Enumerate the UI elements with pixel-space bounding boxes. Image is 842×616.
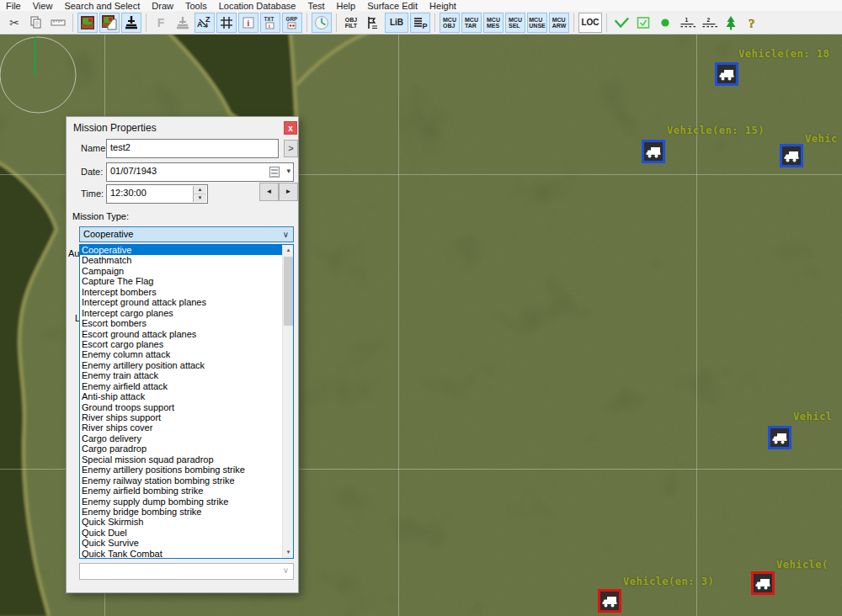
cut-icon[interactable]: ✂: [4, 13, 24, 33]
menu-item-file[interactable]: File: [0, 1, 27, 11]
list-item-escort-bombers[interactable]: Escort bombers: [80, 318, 293, 328]
list-item-cargo-paradrop[interactable]: Cargo paradrop: [80, 443, 293, 454]
list-item-river-ships-cover[interactable]: River ships cover: [80, 422, 293, 433]
mcu-arw-button[interactable]: MCU ARW: [549, 13, 569, 33]
list-item-anti-ship-attack[interactable]: Anti-ship attack: [80, 391, 293, 401]
mcu-mes-button[interactable]: MCU MES: [483, 13, 504, 33]
tree-icon[interactable]: [721, 13, 741, 33]
info-labels-icon[interactable]: i: [238, 13, 258, 33]
menu-item-draw[interactable]: Draw: [146, 1, 179, 11]
time-clock-icon[interactable]: [312, 13, 332, 33]
loc-button[interactable]: LOC: [578, 13, 602, 33]
menu-item-view[interactable]: View: [27, 1, 59, 11]
list-item-enemy-supply-dump-bombing-strike[interactable]: Enemy supply dump bombing strike: [80, 497, 293, 507]
menu-item-tools[interactable]: Tools: [179, 1, 213, 11]
list-item-enemy-artillery-position-attack[interactable]: Enemy artillery position attack: [80, 360, 293, 370]
text-labels-icon[interactable]: TXTi: [260, 13, 280, 33]
list-item-enemy-railway-station-bombing-strike[interactable]: Enemy railway station bombing strike: [80, 475, 293, 486]
list-item-campaign[interactable]: Campaign: [80, 266, 293, 276]
list-item-enemy-airfield-attack[interactable]: Enemy airfield attack: [80, 381, 293, 391]
list-item-river-ships-support[interactable]: River ships support: [80, 412, 293, 422]
check-icon[interactable]: [611, 13, 632, 33]
map-objects-icon[interactable]: [99, 13, 120, 33]
vehicle-unit-icon-blue[interactable]: [715, 62, 738, 86]
spin-up-icon[interactable]: ▲: [194, 186, 206, 194]
list-item-enemy-artillery-positions-bombing-strike[interactable]: Enemy artillery positions bombing strike: [80, 465, 293, 475]
mcu-sel-button[interactable]: MCU SEL: [505, 13, 525, 33]
list-item-quick-skirmish[interactable]: Quick Skirmish: [80, 517, 293, 527]
mcu-tar-button[interactable]: MCU TAR: [461, 13, 482, 33]
list-item-intercept-ground-attack-planes[interactable]: Intercept ground attack planes: [80, 297, 293, 307]
grid-toggle-icon[interactable]: [216, 13, 237, 33]
list-item-enemy-airfield-bombing-strike[interactable]: Enemy airfield bombing strike: [80, 486, 293, 496]
list-item-quick-survive[interactable]: Quick Survive: [80, 538, 293, 548]
list-item-ground-troops-support[interactable]: Ground troops support: [80, 402, 293, 412]
secondary-combobox[interactable]: ∨: [79, 563, 294, 580]
road-type-2-icon[interactable]: 2: [699, 13, 719, 33]
list-item-enemy-train-attack[interactable]: Enemy train attack: [80, 370, 293, 380]
group-labels-icon[interactable]: GRP: [282, 13, 302, 33]
date-input[interactable]: 01/07/1943 ▾: [106, 162, 294, 182]
list-scrollbar[interactable]: ▲ ▼: [282, 245, 293, 558]
time-next-button[interactable]: ►: [279, 183, 298, 201]
list-panel-icon[interactable]: P: [410, 13, 430, 33]
list-item-cooperative[interactable]: Cooperative: [80, 245, 293, 255]
vehicle-unit-icon-blue[interactable]: [780, 144, 803, 167]
vehicle-label: Vehicle(en: 3): [623, 576, 714, 587]
menu-item-help[interactable]: Help: [331, 1, 362, 11]
spin-down-icon[interactable]: ▼: [194, 194, 206, 202]
list-item-quick-tank-combat[interactable]: Quick Tank Combat: [80, 549, 293, 559]
dialog-title-bar[interactable]: Mission Properties x: [67, 117, 298, 137]
scroll-up-icon[interactable]: ▲: [283, 245, 294, 256]
green-dot-icon[interactable]: [655, 13, 675, 33]
list-item-escort-ground-attack-planes[interactable]: Escort ground attack planes: [80, 329, 293, 339]
loc-button-label: LOC: [581, 18, 599, 27]
list-item-cargo-delivery[interactable]: Cargo delivery: [80, 433, 293, 443]
list-item-intercept-bombers[interactable]: Intercept bombers: [80, 287, 293, 297]
menu-item-surface-edit[interactable]: Surface Edit: [361, 1, 424, 11]
checkbox-icon[interactable]: [633, 13, 653, 33]
time-spinner[interactable]: ▲ ▼: [193, 186, 206, 202]
vehicle-unit-icon-red[interactable]: [598, 589, 621, 613]
road-type-1-icon[interactable]: 1: [677, 13, 697, 33]
list-item-deathmatch[interactable]: Deathmatch: [80, 255, 293, 265]
mission-type-combobox[interactable]: Cooperative ∨: [79, 226, 294, 242]
close-icon[interactable]: x: [284, 121, 297, 135]
list-item-quick-duel[interactable]: Quick Duel: [80, 528, 293, 538]
calendar-icon[interactable]: [269, 167, 280, 178]
help-icon[interactable]: ?: [743, 13, 763, 33]
svg-text:P: P: [423, 21, 428, 29]
list-item-intercept-cargo-planes[interactable]: Intercept cargo planes: [80, 308, 293, 318]
list-item-enemy-bridge-bombing-strike[interactable]: Enemy bridge bombing strike: [80, 507, 293, 517]
mcu-arw-button-label: MCU ARW: [552, 17, 567, 29]
object-filter-button[interactable]: OBJ FILT: [341, 13, 361, 33]
ruler-icon[interactable]: [48, 13, 68, 33]
list-item-escort-cargo-planes[interactable]: Escort cargo planes: [80, 339, 293, 349]
scrollbar-thumb[interactable]: [284, 257, 293, 326]
dialog-title: Mission Properties: [73, 122, 157, 134]
scroll-down-icon[interactable]: ▼: [283, 547, 294, 558]
place-object-icon[interactable]: [121, 13, 141, 33]
time-input[interactable]: 12:30:00 ▲ ▼: [106, 184, 208, 204]
filter-flag-icon[interactable]: [363, 13, 383, 33]
name-input[interactable]: test2: [106, 139, 279, 158]
vehicle-unit-icon-blue[interactable]: [768, 426, 791, 449]
mcu-obj-button[interactable]: MCU OBJ: [440, 13, 460, 33]
library-button[interactable]: LiB: [385, 13, 408, 33]
list-item-special-mission-squad-paradrop[interactable]: Special mission squad paradrop: [80, 454, 293, 465]
menu-item-search-and-select[interactable]: Search and Select: [58, 1, 146, 11]
time-prev-button[interactable]: ◄: [259, 183, 279, 201]
mcu-unse-button[interactable]: MCU UNSE: [527, 13, 547, 33]
vehicle-unit-icon-red[interactable]: [751, 571, 775, 595]
vehicle-unit-icon-blue[interactable]: [642, 140, 665, 163]
rename-az-icon[interactable]: AZ: [195, 13, 215, 33]
menu-item-height[interactable]: Height: [424, 1, 462, 11]
menu-item-location-database[interactable]: Location Database: [213, 1, 302, 11]
menu-item-test[interactable]: Test: [301, 1, 330, 11]
copy-icon[interactable]: [26, 13, 46, 33]
calendar-dropdown-icon[interactable]: ▾: [286, 167, 290, 175]
list-item-capture-the-flag[interactable]: Capture The Flag: [80, 276, 293, 286]
map-view-icon[interactable]: [77, 13, 98, 33]
list-item-enemy-column-attack[interactable]: Enemy column attack: [80, 349, 293, 359]
name-more-button[interactable]: >: [284, 140, 298, 157]
